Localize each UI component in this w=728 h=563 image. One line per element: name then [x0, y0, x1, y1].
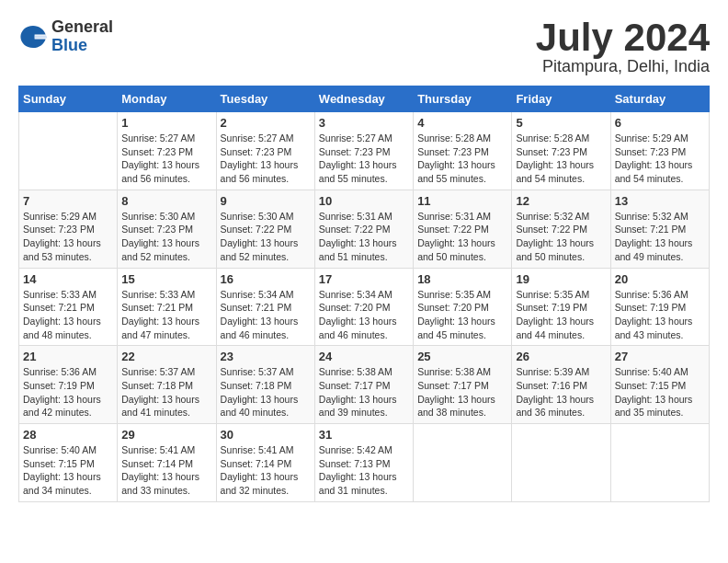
day-number: 3 [319, 116, 409, 130]
day-number: 22 [121, 350, 211, 363]
day-number: 15 [121, 272, 211, 286]
calendar-cell: 27Sunrise: 5:40 AM Sunset: 7:15 PM Dayli… [610, 346, 709, 424]
day-info: Sunrise: 5:28 AM Sunset: 7:23 PM Dayligh… [417, 132, 507, 186]
calendar-cell: 18Sunrise: 5:35 AM Sunset: 7:20 PM Dayli… [414, 268, 512, 346]
header-cell: Thursday [414, 86, 512, 112]
day-number: 20 [615, 272, 705, 286]
calendar-cell: 16Sunrise: 5:34 AM Sunset: 7:21 PM Dayli… [216, 268, 314, 346]
header-cell: Monday [118, 86, 216, 112]
day-number: 14 [23, 272, 113, 286]
calendar-cell: 19Sunrise: 5:35 AM Sunset: 7:19 PM Dayli… [512, 268, 610, 346]
calendar-week-row: 7Sunrise: 5:29 AM Sunset: 7:23 PM Daylig… [19, 190, 710, 268]
day-info: Sunrise: 5:42 AM Sunset: 7:13 PM Dayligh… [319, 443, 409, 498]
calendar-cell: 5Sunrise: 5:28 AM Sunset: 7:23 PM Daylig… [512, 112, 610, 190]
day-info: Sunrise: 5:32 AM Sunset: 7:21 PM Dayligh… [615, 210, 705, 264]
day-info: Sunrise: 5:29 AM Sunset: 7:23 PM Dayligh… [23, 210, 113, 264]
day-number: 10 [319, 194, 409, 208]
calendar-cell: 30Sunrise: 5:41 AM Sunset: 7:14 PM Dayli… [216, 424, 314, 502]
calendar-header: SundayMondayTuesdayWednesdayThursdayFrid… [19, 86, 710, 112]
day-number: 5 [516, 116, 606, 130]
day-info: Sunrise: 5:35 AM Sunset: 7:19 PM Dayligh… [516, 288, 606, 342]
calendar-cell: 23Sunrise: 5:37 AM Sunset: 7:18 PM Dayli… [216, 346, 314, 424]
day-number: 4 [417, 116, 507, 130]
day-number: 16 [221, 272, 311, 286]
calendar-cell: 31Sunrise: 5:42 AM Sunset: 7:13 PM Dayli… [314, 424, 413, 502]
day-number: 31 [319, 428, 409, 442]
logo-general: General [51, 18, 113, 37]
calendar-body: 1Sunrise: 5:27 AM Sunset: 7:23 PM Daylig… [19, 112, 710, 502]
day-number: 13 [615, 194, 705, 208]
logo-blue: Blue [51, 37, 113, 55]
calendar-cell: 11Sunrise: 5:31 AM Sunset: 7:22 PM Dayli… [414, 190, 512, 268]
header-row: SundayMondayTuesdayWednesdayThursdayFrid… [19, 86, 710, 112]
day-number: 9 [221, 194, 311, 208]
day-info: Sunrise: 5:27 AM Sunset: 7:23 PM Dayligh… [221, 132, 311, 186]
day-info: Sunrise: 5:28 AM Sunset: 7:23 PM Dayligh… [516, 132, 606, 186]
calendar-cell: 10Sunrise: 5:31 AM Sunset: 7:22 PM Dayli… [314, 190, 413, 268]
calendar-cell: 8Sunrise: 5:30 AM Sunset: 7:23 PM Daylig… [118, 190, 216, 268]
calendar-cell: 13Sunrise: 5:32 AM Sunset: 7:21 PM Dayli… [610, 190, 709, 268]
calendar-cell: 12Sunrise: 5:32 AM Sunset: 7:22 PM Dayli… [512, 190, 610, 268]
calendar-cell: 25Sunrise: 5:38 AM Sunset: 7:17 PM Dayli… [414, 346, 512, 424]
day-info: Sunrise: 5:40 AM Sunset: 7:15 PM Dayligh… [615, 365, 705, 419]
calendar-cell: 4Sunrise: 5:28 AM Sunset: 7:23 PM Daylig… [414, 112, 512, 190]
day-info: Sunrise: 5:35 AM Sunset: 7:20 PM Dayligh… [417, 288, 507, 342]
calendar-table: SundayMondayTuesdayWednesdayThursdayFrid… [18, 86, 710, 502]
day-number: 17 [319, 272, 409, 286]
day-number: 11 [417, 194, 507, 208]
header-cell: Wednesday [314, 86, 413, 112]
day-number: 21 [23, 350, 113, 363]
day-number: 28 [23, 428, 113, 442]
calendar-cell: 14Sunrise: 5:33 AM Sunset: 7:21 PM Dayli… [19, 268, 118, 346]
day-info: Sunrise: 5:31 AM Sunset: 7:22 PM Dayligh… [417, 210, 507, 264]
day-info: Sunrise: 5:36 AM Sunset: 7:19 PM Dayligh… [615, 288, 705, 342]
calendar-cell: 17Sunrise: 5:34 AM Sunset: 7:20 PM Dayli… [314, 268, 413, 346]
day-info: Sunrise: 5:27 AM Sunset: 7:23 PM Dayligh… [319, 132, 409, 186]
title-block: July 2024 Pitampura, Delhi, India [536, 18, 710, 76]
day-number: 25 [417, 350, 507, 363]
day-info: Sunrise: 5:38 AM Sunset: 7:17 PM Dayligh… [319, 365, 409, 419]
day-info: Sunrise: 5:40 AM Sunset: 7:15 PM Dayligh… [23, 443, 113, 498]
calendar-cell [610, 424, 709, 502]
calendar-week-row: 14Sunrise: 5:33 AM Sunset: 7:21 PM Dayli… [19, 268, 710, 346]
header-cell: Tuesday [216, 86, 314, 112]
calendar-cell: 29Sunrise: 5:41 AM Sunset: 7:14 PM Dayli… [118, 424, 216, 502]
logo-icon [18, 22, 48, 52]
calendar-week-row: 1Sunrise: 5:27 AM Sunset: 7:23 PM Daylig… [19, 112, 710, 190]
day-number: 26 [516, 350, 606, 363]
day-number: 12 [516, 194, 606, 208]
calendar-cell: 24Sunrise: 5:38 AM Sunset: 7:17 PM Dayli… [314, 346, 413, 424]
header-cell: Saturday [610, 86, 709, 112]
calendar-week-row: 28Sunrise: 5:40 AM Sunset: 7:15 PM Dayli… [19, 424, 710, 502]
day-info: Sunrise: 5:27 AM Sunset: 7:23 PM Dayligh… [121, 132, 211, 186]
day-info: Sunrise: 5:29 AM Sunset: 7:23 PM Dayligh… [615, 132, 705, 186]
logo: General Blue [18, 18, 113, 55]
calendar-cell: 28Sunrise: 5:40 AM Sunset: 7:15 PM Dayli… [19, 424, 118, 502]
logo-text: General Blue [51, 18, 113, 55]
header-cell: Sunday [19, 86, 118, 112]
day-number: 30 [221, 428, 311, 442]
day-info: Sunrise: 5:31 AM Sunset: 7:22 PM Dayligh… [319, 210, 409, 264]
day-info: Sunrise: 5:37 AM Sunset: 7:18 PM Dayligh… [121, 365, 211, 419]
title-month: July 2024 [536, 18, 710, 57]
day-number: 6 [615, 116, 705, 130]
calendar-cell: 20Sunrise: 5:36 AM Sunset: 7:19 PM Dayli… [610, 268, 709, 346]
calendar-cell: 22Sunrise: 5:37 AM Sunset: 7:18 PM Dayli… [118, 346, 216, 424]
calendar-cell: 1Sunrise: 5:27 AM Sunset: 7:23 PM Daylig… [118, 112, 216, 190]
day-number: 24 [319, 350, 409, 363]
calendar-cell [512, 424, 610, 502]
day-number: 8 [121, 194, 211, 208]
day-info: Sunrise: 5:32 AM Sunset: 7:22 PM Dayligh… [516, 210, 606, 264]
day-number: 27 [615, 350, 705, 363]
calendar-cell: 6Sunrise: 5:29 AM Sunset: 7:23 PM Daylig… [610, 112, 709, 190]
day-number: 29 [121, 428, 211, 442]
day-info: Sunrise: 5:41 AM Sunset: 7:14 PM Dayligh… [121, 443, 211, 498]
page-header: General Blue July 2024 Pitampura, Delhi,… [18, 18, 710, 76]
day-info: Sunrise: 5:34 AM Sunset: 7:20 PM Dayligh… [319, 288, 409, 342]
calendar-cell: 7Sunrise: 5:29 AM Sunset: 7:23 PM Daylig… [19, 190, 118, 268]
calendar-cell: 2Sunrise: 5:27 AM Sunset: 7:23 PM Daylig… [216, 112, 314, 190]
day-info: Sunrise: 5:37 AM Sunset: 7:18 PM Dayligh… [221, 365, 311, 419]
calendar-cell: 21Sunrise: 5:36 AM Sunset: 7:19 PM Dayli… [19, 346, 118, 424]
calendar-cell [414, 424, 512, 502]
day-number: 2 [221, 116, 311, 130]
